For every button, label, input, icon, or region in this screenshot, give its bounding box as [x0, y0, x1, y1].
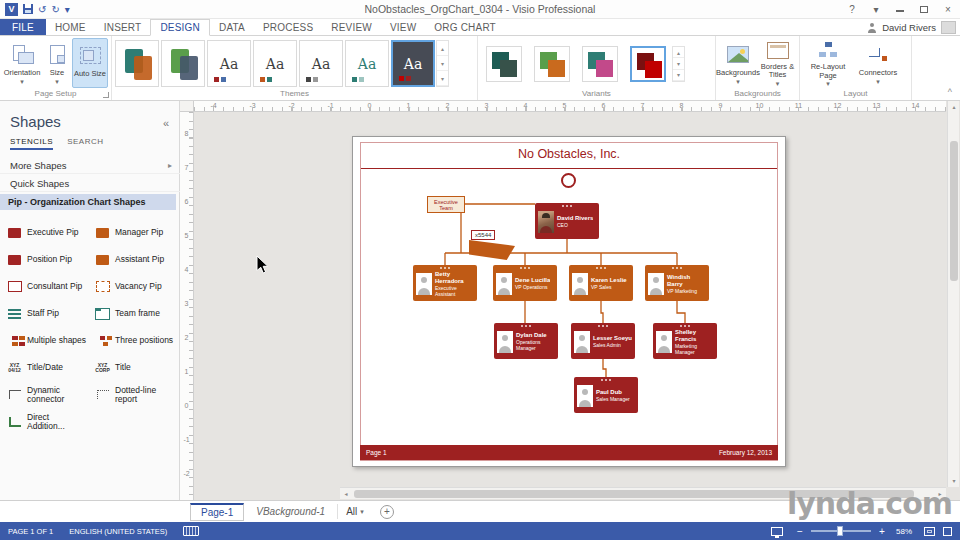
- stencil-shape[interactable]: XYZ CORP Title: [89, 354, 177, 381]
- page-indicator[interactable]: PAGE 1 OF 1: [0, 522, 61, 540]
- org-node-operations-manager[interactable]: Dylan Dale Operations Manager: [494, 323, 558, 359]
- ribbon-tab[interactable]: VIEW: [381, 19, 425, 35]
- team-frame-label[interactable]: Executive Team: [427, 196, 465, 213]
- zoom-slider[interactable]: [811, 530, 871, 532]
- scroll-left-icon[interactable]: ◂: [340, 488, 352, 500]
- variant-thumbnail-selected[interactable]: [630, 46, 666, 82]
- org-node-marketing-manager[interactable]: Shelley Francis Marketing Manager: [653, 323, 717, 359]
- ribbon-tab[interactable]: HOME: [46, 19, 95, 35]
- stencil-shape[interactable]: Multiple shapes: [1, 327, 89, 354]
- orientation-button[interactable]: Orientation ▾: [2, 38, 42, 88]
- relayout-page-button[interactable]: Re-Layout Page ▾: [802, 38, 854, 88]
- language-indicator[interactable]: ENGLISH (UNITED STATES): [61, 522, 175, 540]
- variant-thumbnail[interactable]: [486, 46, 522, 82]
- stencil-shape[interactable]: Consultant Pip: [1, 273, 89, 300]
- collapse-panel-icon[interactable]: «: [163, 117, 169, 129]
- org-node-executive-assistant[interactable]: Betty Herradora Executive Assistant: [413, 265, 477, 301]
- keyboard-indicator[interactable]: [175, 522, 207, 540]
- vertical-scrollbar[interactable]: ▴ ▾: [947, 101, 959, 487]
- theme-thumbnail-selected[interactable]: Aa: [391, 40, 435, 87]
- ribbon-tab[interactable]: ORG CHART: [425, 19, 505, 35]
- borders-titles-button[interactable]: Borders & Titles ▾: [758, 38, 797, 88]
- gallery-more-icon[interactable]: ▾: [673, 70, 684, 81]
- gallery-more-icon[interactable]: ▾: [437, 71, 448, 86]
- theme-thumbnail[interactable]: Aa: [207, 40, 251, 87]
- fullscreen-icon[interactable]: [943, 527, 952, 536]
- variant-thumbnail[interactable]: [534, 46, 570, 82]
- stencil-shape[interactable]: Manager Pip: [89, 219, 177, 246]
- drawing-page[interactable]: No Obstacles, Inc.: [352, 136, 786, 467]
- zoom-level[interactable]: 58%: [889, 527, 919, 536]
- ribbon-tab[interactable]: PROCESS: [254, 19, 322, 35]
- stencil-shape[interactable]: Executive Pip: [1, 219, 89, 246]
- drawing-canvas[interactable]: -4 -3 -2 -1 0 1 2 3 4 5: [180, 101, 960, 500]
- save-icon[interactable]: [23, 4, 33, 14]
- add-page-button[interactable]: +: [380, 505, 394, 519]
- page-tab-page1[interactable]: Page-1: [190, 503, 244, 521]
- stencil-shape[interactable]: Assistant Pip: [89, 246, 177, 273]
- org-node-sales-manager[interactable]: Paul Dub Sales Manager: [574, 377, 638, 413]
- vscroll-thumb[interactable]: [950, 141, 958, 281]
- ribbon-tab[interactable]: REVIEW: [322, 19, 381, 35]
- backgrounds-button[interactable]: Backgrounds ▾: [718, 38, 758, 88]
- theme-thumbnail[interactable]: [161, 40, 205, 87]
- stencil-shape[interactable]: Direct Addition...: [1, 408, 89, 435]
- scroll-up-icon[interactable]: ▴: [948, 101, 960, 113]
- theme-thumbnail[interactable]: Aa: [345, 40, 389, 87]
- theme-thumbnail[interactable]: Aa: [299, 40, 343, 87]
- connectors-button[interactable]: Connectors ▾: [854, 38, 902, 88]
- visio-app-icon[interactable]: V: [5, 3, 18, 16]
- theme-thumbnail[interactable]: Aa: [253, 40, 297, 87]
- org-node-vp-sales[interactable]: Karen Leslie VP Sales: [569, 265, 633, 301]
- tab-search[interactable]: SEARCH: [67, 137, 103, 150]
- variant-thumbnail[interactable]: [582, 46, 618, 82]
- zoom-slider-thumb[interactable]: [837, 526, 843, 536]
- gallery-up-icon[interactable]: ▴: [673, 47, 684, 58]
- org-node-vp-marketing[interactable]: Windish Barry VP Marketing: [645, 265, 709, 301]
- presentation-mode-icon[interactable]: [771, 527, 783, 536]
- quick-shapes-row[interactable]: Quick Shapes: [0, 175, 180, 192]
- all-pages-dropdown[interactable]: All ▾: [337, 504, 372, 519]
- help-button[interactable]: ?: [840, 0, 864, 19]
- stencil-shape[interactable]: Dotted-line report: [89, 381, 177, 408]
- fit-page-icon[interactable]: [924, 527, 935, 536]
- org-node-ceo[interactable]: David Rivers CEO: [535, 203, 599, 239]
- org-node-sales-admin[interactable]: Lesser Soeyu Sales Admin: [571, 323, 635, 359]
- close-button[interactable]: ×: [936, 0, 960, 19]
- stencil-shape[interactable]: Team frame: [89, 300, 177, 327]
- qat-customize-icon[interactable]: ▾: [65, 3, 70, 16]
- gallery-up-icon[interactable]: ▴: [437, 41, 448, 56]
- ribbon-tab[interactable]: DESIGN: [150, 19, 210, 36]
- ribbon-tab[interactable]: DATA: [210, 19, 254, 35]
- stencil-shape[interactable]: XYZ 04/12 Title/Date: [1, 354, 89, 381]
- gallery-down-icon[interactable]: ▾: [673, 58, 684, 69]
- stencil-shape[interactable]: Three positions: [89, 327, 177, 354]
- page-tab-vbackground1[interactable]: VBackground-1: [246, 504, 335, 519]
- stencil-shape[interactable]: Vacancy Pip: [89, 273, 177, 300]
- active-stencil-title[interactable]: Pip - Organization Chart Shapes: [0, 194, 176, 210]
- theme-thumbnail[interactable]: [115, 40, 159, 87]
- minimize-button[interactable]: [888, 0, 912, 19]
- dialog-launcher-icon[interactable]: [103, 92, 109, 98]
- zoom-in-button[interactable]: +: [875, 526, 889, 537]
- avatar[interactable]: [941, 21, 956, 34]
- org-node-vp-operations[interactable]: Dene Lucilla VP Operations: [493, 265, 557, 301]
- stencil-shape[interactable]: Staff Pip: [1, 300, 89, 327]
- undo-icon[interactable]: ↺: [38, 3, 46, 16]
- restore-button[interactable]: [912, 0, 936, 19]
- zoom-out-button[interactable]: −: [793, 526, 807, 537]
- redo-icon[interactable]: ↻: [51, 3, 59, 16]
- extension-note[interactable]: x5544: [471, 230, 495, 240]
- ribbon-tab[interactable]: INSERT: [95, 19, 151, 35]
- gallery-down-icon[interactable]: ▾: [437, 56, 448, 71]
- size-button[interactable]: Size ▾: [42, 38, 72, 88]
- stencil-shape[interactable]: Position Pip: [1, 246, 89, 273]
- auto-size-button[interactable]: Auto Size: [72, 38, 108, 88]
- collapse-ribbon-icon[interactable]: ^: [948, 87, 952, 97]
- ribbon-options-button[interactable]: ▾: [864, 0, 888, 19]
- stencil-shape[interactable]: Dynamic connector: [1, 381, 89, 408]
- tab-stencils[interactable]: STENCILS: [10, 137, 53, 150]
- more-shapes-row[interactable]: More Shapes ▸: [0, 157, 180, 174]
- account-area[interactable]: David Rivers: [867, 19, 956, 36]
- ribbon-tab[interactable]: FILE: [0, 19, 46, 35]
